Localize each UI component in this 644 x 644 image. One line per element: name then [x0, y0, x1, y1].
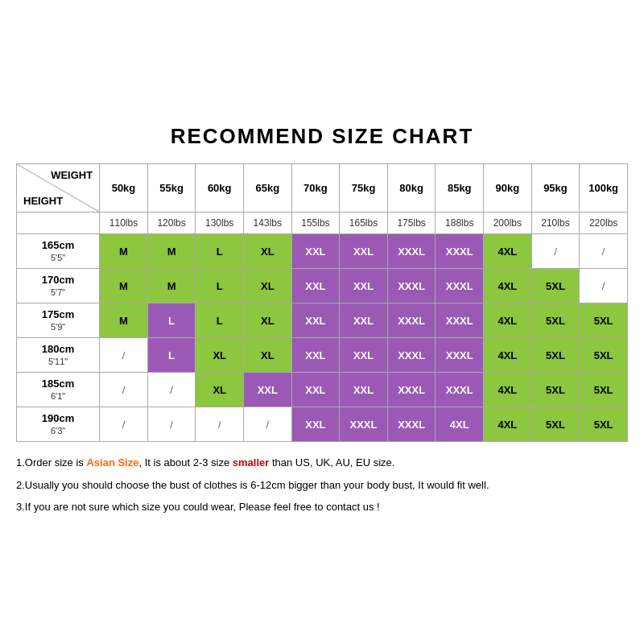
col-sub-165lbs: 165lbs — [340, 213, 388, 234]
col-header-80kg: 80kg — [387, 164, 436, 213]
col-sub-200lbs: 200lbs — [484, 213, 532, 234]
size-cell: XXXL — [387, 234, 436, 269]
size-cell: XXL — [291, 269, 340, 303]
size-cell: 4XL — [484, 407, 532, 442]
col-sub-120lbs: 120lbs — [147, 213, 196, 234]
size-cell: L — [196, 269, 244, 303]
row-label-185cm: 185cm6'1" — [17, 373, 100, 407]
col-sub-155lbs: 155lbs — [291, 213, 340, 234]
size-cell: XL — [244, 234, 292, 269]
size-cell: XL — [244, 269, 292, 303]
size-cell: / — [196, 407, 244, 442]
note-1-asian-size: Asian Size — [86, 456, 138, 469]
size-cell: / — [100, 407, 148, 442]
size-cell: M — [100, 234, 148, 269]
col-header-60kg: 60kg — [196, 164, 244, 213]
col-sub-143lbs: 143lbs — [244, 213, 292, 234]
col-sub-130lbs: 130lbs — [196, 213, 244, 234]
size-cell: XXL — [340, 303, 388, 338]
size-cell: / — [147, 373, 196, 407]
size-cell: 4XL — [484, 269, 532, 303]
note-1: 1.Order size is Asian Size, It is about … — [16, 453, 628, 472]
size-cell: XXXL — [340, 407, 388, 442]
size-cell: 5XL — [531, 407, 580, 442]
size-cell: 5XL — [531, 269, 580, 303]
sub-corner — [17, 213, 100, 234]
size-cell: XXXL — [387, 373, 436, 407]
row-label-165cm: 165cm5'5" — [17, 234, 100, 269]
table-row: 170cm5'7"MMLXLXXLXXLXXXLXXXL4XL5XL/ — [17, 269, 628, 303]
size-cell: / — [147, 407, 196, 442]
size-cell: 5XL — [580, 303, 628, 338]
size-cell: XL — [244, 303, 292, 338]
size-cell: XXXL — [436, 234, 484, 269]
table-row: 190cm6'3"////XXLXXXLXXXL4XL4XL5XL5XL — [17, 407, 628, 442]
size-cell: M — [100, 269, 148, 303]
size-cell: 5XL — [531, 303, 580, 338]
table-row: 175cm5'9"MLLXLXXLXXLXXXLXXXL4XL5XL5XL — [17, 303, 628, 338]
table-row: 165cm5'5"MMLXLXXLXXLXXXLXXXL4XL// — [17, 234, 628, 269]
size-chart-table: WEIGHT HEIGHT 50kg 55kg 60kg 65kg 70kg 7… — [16, 163, 628, 442]
size-cell: 4XL — [436, 407, 484, 442]
size-cell: 5XL — [531, 338, 580, 373]
size-cell: L — [147, 338, 196, 373]
notes-section: 1.Order size is Asian Size, It is about … — [16, 453, 628, 519]
col-header-55kg: 55kg — [147, 164, 196, 213]
size-cell: M — [147, 234, 196, 269]
col-header-95kg: 95kg — [531, 164, 580, 213]
size-cell: XXL — [340, 338, 388, 373]
note-3: 3.If you are not sure which size you cou… — [16, 497, 628, 516]
size-cell: XXXL — [387, 338, 436, 373]
col-sub-210lbs: 210lbs — [531, 213, 580, 234]
col-header-70kg: 70kg — [291, 164, 340, 213]
size-cell: 5XL — [580, 373, 628, 407]
size-cell: XXL — [291, 373, 340, 407]
col-sub-110lbs: 110lbs — [100, 213, 148, 234]
col-sub-175lbs: 175lbs — [387, 213, 436, 234]
size-chart-table-wrap: WEIGHT HEIGHT 50kg 55kg 60kg 65kg 70kg 7… — [16, 163, 628, 442]
row-label-190cm: 190cm6'3" — [17, 407, 100, 442]
note-2: 2.Usually you should choose the bust of … — [16, 476, 628, 494]
col-header-65kg: 65kg — [244, 164, 292, 213]
weight-label: WEIGHT — [51, 169, 93, 181]
size-cell: XL — [196, 373, 244, 407]
size-cell: L — [196, 234, 244, 269]
col-header-90kg: 90kg — [484, 164, 532, 213]
size-cell: / — [580, 234, 628, 269]
size-cell: XXL — [244, 373, 292, 407]
size-cell: / — [100, 373, 148, 407]
size-cell: XXXL — [387, 303, 436, 338]
size-cell: 5XL — [531, 373, 580, 407]
size-cell: / — [244, 407, 292, 442]
size-cell: XXL — [291, 303, 340, 338]
row-label-180cm: 180cm5'11" — [17, 338, 100, 373]
size-cell: XXL — [340, 373, 388, 407]
col-sub-188lbs: 188lbs — [436, 213, 484, 234]
col-sub-220lbs: 220lbs — [580, 213, 628, 234]
size-cell: / — [531, 234, 580, 269]
size-cell: XXL — [340, 234, 388, 269]
size-cell: XXXL — [436, 303, 484, 338]
size-cell: L — [196, 303, 244, 338]
row-label-170cm: 170cm5'7" — [17, 269, 100, 303]
row-label-175cm: 175cm5'9" — [17, 303, 100, 338]
size-cell: XXXL — [436, 269, 484, 303]
height-label: HEIGHT — [23, 195, 63, 207]
size-cell: 5XL — [580, 338, 628, 373]
size-cell: XL — [244, 338, 292, 373]
size-cell: XXXL — [436, 338, 484, 373]
size-cell: XXL — [340, 269, 388, 303]
size-cell: 4XL — [484, 338, 532, 373]
size-cell: 4XL — [484, 373, 532, 407]
size-cell: 5XL — [580, 407, 628, 442]
size-cell: / — [100, 338, 148, 373]
corner-cell: WEIGHT HEIGHT — [17, 164, 100, 213]
size-cell: XXL — [291, 407, 340, 442]
size-cell: XXXL — [387, 407, 436, 442]
size-cell: M — [147, 269, 196, 303]
note-1-smaller: smaller — [233, 456, 270, 469]
size-cell: / — [580, 269, 628, 303]
size-cell: M — [100, 303, 148, 338]
size-cell: XXL — [291, 234, 340, 269]
size-cell: XXXL — [436, 373, 484, 407]
